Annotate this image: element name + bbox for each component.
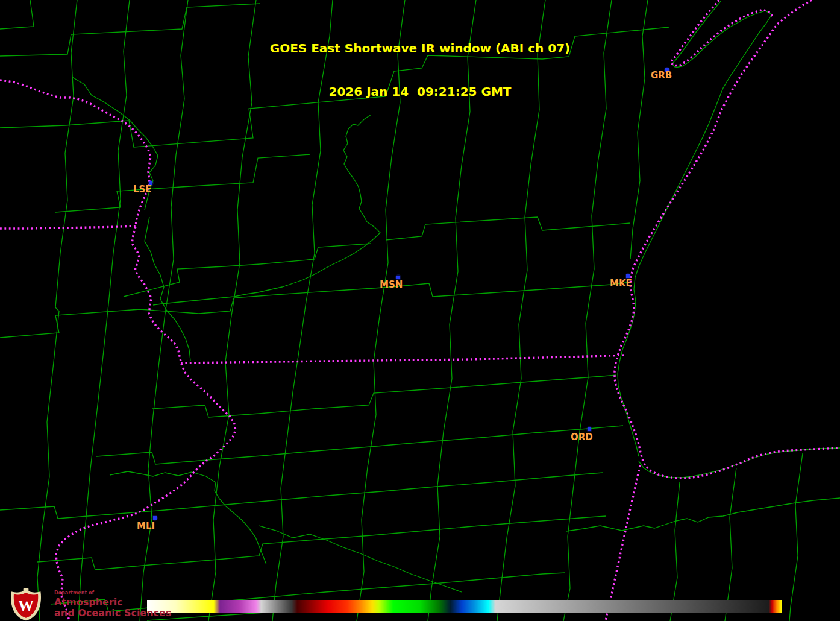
city-label: MSN — [380, 279, 403, 290]
title-line-2: 2026 Jan 14 09:21:25 GMT — [0, 84, 840, 99]
county-boundary-line — [55, 154, 310, 212]
county-boundary-line — [0, 473, 603, 519]
county-boundary-line — [152, 375, 616, 417]
state-boundary-line — [606, 465, 640, 621]
city-label: ORD — [571, 432, 593, 443]
logo-dept-label: Department of — [54, 591, 171, 596]
state-boundary-line — [56, 227, 236, 621]
county-boundary-line — [386, 217, 630, 240]
uw-aos-logo: W Department of Atmospheric and Oceanic … — [6, 588, 171, 621]
city-label: MKE — [610, 278, 632, 289]
county-boundary-line — [639, 448, 840, 478]
city-label: MLI — [137, 520, 155, 531]
logo-line-2: and Oceanic Sciences — [54, 608, 171, 619]
logo-line-1: Atmospheric — [54, 597, 171, 608]
image-title: GOES East Shortwave IR window (ABI ch 07… — [0, 12, 840, 128]
county-boundary-line — [259, 526, 462, 592]
uw-crest-icon: W — [6, 588, 46, 621]
temperature-colorbar — [147, 600, 782, 613]
county-boundary-line — [725, 468, 736, 621]
county-boundary-line — [789, 453, 803, 621]
county-boundary-line — [37, 516, 606, 570]
city-marker — [153, 516, 157, 520]
city-label: LSE — [133, 184, 152, 195]
county-boundary-line — [566, 498, 840, 531]
svg-text:W: W — [18, 597, 34, 614]
county-boundary-line — [110, 471, 266, 564]
city-marker — [588, 427, 591, 431]
state-boundary-line — [0, 226, 136, 229]
county-boundary-line — [145, 217, 190, 361]
state-boundary-line — [181, 355, 624, 363]
county-boundary-line — [124, 244, 371, 297]
county-boundary-line — [0, 282, 630, 338]
county-boundary-line — [96, 426, 623, 464]
title-line-1: GOES East Shortwave IR window (ABI ch 07… — [0, 41, 840, 55]
satellite-map-view: GRBLSEMSNMKEORDMLI GOES East Shortwave I… — [0, 0, 840, 621]
